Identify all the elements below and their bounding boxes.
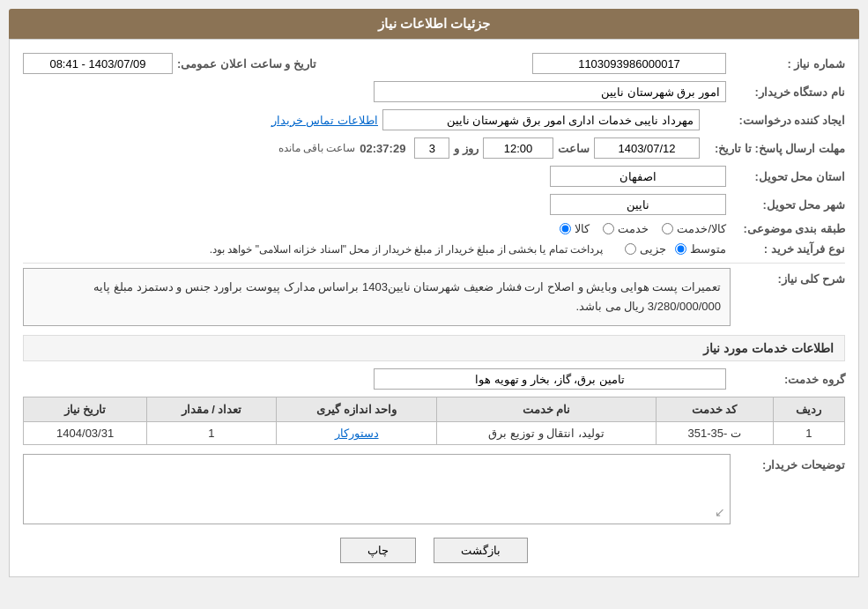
creator-row: ایجاد کننده درخواست: اطلاعات تماس خریدار [23, 109, 845, 130]
deadline-remaining-time-value: 02:37:29 [360, 142, 405, 155]
services-table-section: ردیف کد خدمت نام خدمت واحد اندازه گیری ت… [23, 397, 845, 445]
cell-unit[interactable]: دستورکار [276, 422, 437, 445]
province-label: استان محل تحویل: [731, 170, 845, 183]
service-group-input[interactable] [374, 368, 726, 390]
buyer-desc-label: توضیحات خریدار: [739, 454, 845, 472]
buyer-desc-section: توضیحات خریدار: ↙ [23, 454, 845, 524]
col-name: نام خدمت [437, 397, 656, 422]
purchase-jozii-label: جزیی [640, 242, 666, 256]
category-kala-khadamat-item[interactable]: کالا/خدمت [662, 222, 726, 235]
buyer-desc-corner-icon: ↙ [715, 505, 725, 519]
cell-name: تولید، انتقال و توزیع برق [437, 422, 656, 445]
purchase-jozii-item[interactable]: جزیی [625, 242, 666, 256]
purchase-jozii-radio[interactable] [625, 243, 636, 255]
col-row-num: ردیف [773, 397, 844, 422]
niaaz-number-input[interactable] [532, 53, 726, 74]
purchase-type-label: نوع فرآیند خرید : [731, 242, 845, 256]
services-table: ردیف کد خدمت نام خدمت واحد اندازه گیری ت… [23, 397, 845, 445]
niaaz-number-row: شماره نیاز : تاریخ و ساعت اعلان عمومی: [23, 53, 845, 74]
category-kala-khadamat-radio[interactable] [662, 223, 673, 234]
cell-code: ت -35-351 [656, 422, 773, 445]
category-kala-radio[interactable] [560, 223, 571, 234]
category-kala-label: کالا [575, 222, 590, 235]
buyer-org-row: نام دستگاه خریدار: [23, 81, 845, 102]
deadline-date-input[interactable] [594, 137, 700, 159]
description-label: شرح کلی نیاز: [739, 268, 845, 286]
category-kala-khadamat-label: کالا/خدمت [677, 222, 726, 235]
cell-date: 1404/03/31 [24, 422, 147, 445]
category-khadamat-radio[interactable] [603, 223, 614, 234]
city-label: شهر محل تحویل: [731, 198, 845, 212]
province-row: استان محل تحویل: [23, 166, 845, 187]
city-row: شهر محل تحویل: [23, 194, 845, 215]
deadline-time-label: ساعت [558, 142, 590, 155]
purchase-note: پرداخت تمام یا بخشی از مبلغ خریدار از مب… [210, 243, 603, 256]
deadline-time-input[interactable] [483, 137, 553, 159]
deadline-remaining-label: ساعت باقی مانده [278, 142, 356, 154]
buyer-org-label: نام دستگاه خریدار: [731, 85, 845, 99]
category-khadamat-item[interactable]: خدمت [603, 222, 649, 235]
cell-row-num: 1 [773, 422, 844, 445]
category-kala-item[interactable]: کالا [560, 222, 590, 235]
table-row: 1 ت -35-351 تولید، انتقال و توزیع برق دس… [24, 422, 845, 445]
niaaz-number-label: شماره نیاز : [731, 57, 845, 71]
deadline-days-input[interactable] [414, 137, 449, 159]
buyer-desc-row: توضیحات خریدار: ↙ [23, 454, 845, 524]
buyer-desc-box: ↙ [23, 454, 731, 524]
back-button[interactable]: بازگشت [434, 538, 528, 563]
deadline-days-label: روز و [454, 142, 479, 155]
description-text: تعمیرات پست هوایی وبایش و اصلاح ارت فشار… [93, 280, 721, 313]
table-header-row: ردیف کد خدمت نام خدمت واحد اندازه گیری ت… [24, 397, 845, 422]
description-box: تعمیرات پست هوایی وبایش و اصلاح ارت فشار… [23, 268, 731, 326]
province-input[interactable] [550, 166, 726, 187]
deadline-label: مهلت ارسال پاسخ: تا تاریخ: [704, 142, 845, 155]
category-radio-group: کالا/خدمت خدمت کالا [560, 222, 726, 235]
print-button[interactable]: چاپ [340, 538, 416, 563]
col-date: تاریخ نیاز [24, 397, 147, 422]
deadline-row: مهلت ارسال پاسخ: تا تاریخ: ساعت روز و 02… [23, 137, 845, 159]
purchase-motavasset-radio[interactable] [675, 243, 686, 255]
col-count: تعداد / مقدار [147, 397, 276, 422]
page-header: جزئیات اطلاعات نیاز [9, 9, 859, 39]
buttons-row: بازگشت چاپ [23, 538, 845, 563]
city-input[interactable] [550, 194, 726, 215]
service-group-row: گروه خدمت: [23, 368, 845, 390]
col-code: کد خدمت [656, 397, 773, 422]
category-khadamat-label: خدمت [618, 222, 649, 235]
buyer-org-input[interactable] [374, 81, 726, 102]
purchase-motavasset-item[interactable]: متوسط [675, 242, 726, 256]
page-title: جزئیات اطلاعات نیاز [378, 16, 490, 31]
cell-count: 1 [147, 422, 276, 445]
creator-input[interactable] [382, 109, 700, 130]
services-section-title: اطلاعات خدمات مورد نیاز [23, 335, 845, 361]
purchase-type-row: نوع فرآیند خرید : متوسط جزیی پرداخت تمام… [23, 242, 845, 256]
announce-input[interactable] [23, 53, 173, 74]
announce-label: تاریخ و ساعت اعلان عمومی: [177, 57, 316, 71]
category-label: طبقه بندی موضوعی: [731, 222, 845, 235]
creator-label: ایجاد کننده درخواست: [704, 114, 845, 127]
purchase-motavasset-label: متوسط [690, 242, 726, 256]
col-unit: واحد اندازه گیری [276, 397, 437, 422]
service-group-label: گروه خدمت: [731, 373, 845, 386]
category-row: طبقه بندی موضوعی: کالا/خدمت خدمت کالا [23, 222, 845, 235]
contact-link[interactable]: اطلاعات تماس خریدار [271, 114, 378, 127]
purchase-type-group: متوسط جزیی پرداخت تمام یا بخشی از مبلغ خ… [210, 242, 726, 256]
